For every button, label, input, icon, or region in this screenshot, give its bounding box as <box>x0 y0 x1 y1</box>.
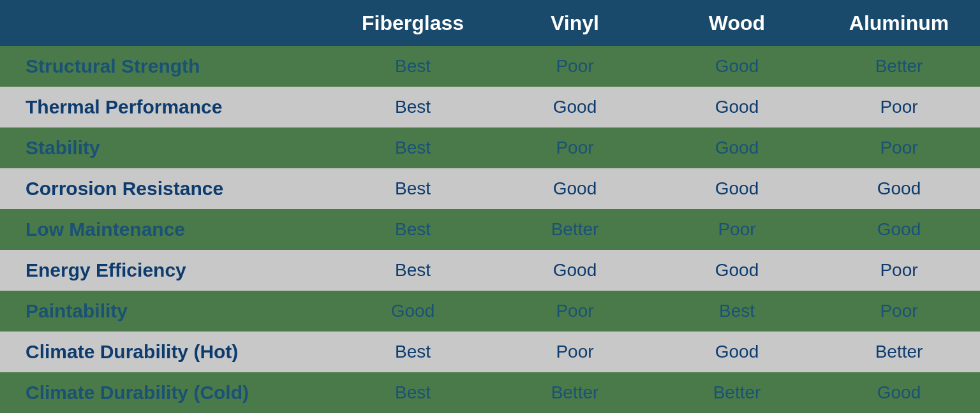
row-label: Low Maintenance <box>0 219 332 240</box>
table-row: Paintability Good Poor Best Poor <box>0 291 980 331</box>
cell-wood: Good <box>656 138 818 158</box>
cell-fiberglass: Best <box>332 342 494 362</box>
row-label: Energy Efficiency <box>0 259 332 281</box>
cell-aluminum: Better <box>818 342 980 362</box>
table-row: Low Maintenance Best Better Poor Good <box>0 209 980 250</box>
row-label: Climate Durability (Cold) <box>0 382 332 404</box>
cell-aluminum: Good <box>818 178 980 199</box>
header-fiberglass: Fiberglass <box>332 11 494 35</box>
cell-vinyl: Better <box>494 382 656 403</box>
cell-vinyl: Good <box>494 97 656 117</box>
cell-aluminum: Poor <box>818 260 980 280</box>
comparison-table: Fiberglass Vinyl Wood Aluminum Structura… <box>0 0 980 415</box>
table-row: Thermal Performance Best Good Good Poor <box>0 87 980 127</box>
header-wood: Wood <box>656 11 818 35</box>
row-label: Structural Strength <box>0 55 332 77</box>
cell-fiberglass: Best <box>332 219 494 240</box>
row-label: Thermal Performance <box>0 96 332 118</box>
table-row: Corrosion Resistance Best Good Good Good <box>0 168 980 209</box>
cell-wood: Good <box>656 97 818 117</box>
table-row: Structural Strength Best Poor Good Bette… <box>0 46 980 87</box>
cell-vinyl: Poor <box>494 342 656 362</box>
cell-aluminum: Poor <box>818 97 980 117</box>
cell-fiberglass: Best <box>332 260 494 280</box>
cell-fiberglass: Good <box>332 301 494 321</box>
table-header: Fiberglass Vinyl Wood Aluminum <box>0 0 980 46</box>
table-body: Structural Strength Best Poor Good Bette… <box>0 46 980 413</box>
cell-vinyl: Poor <box>494 56 656 76</box>
cell-vinyl: Better <box>494 219 656 240</box>
table-row: Climate Durability (Cold) Best Better Be… <box>0 372 980 413</box>
cell-fiberglass: Best <box>332 56 494 76</box>
cell-wood: Good <box>656 178 818 199</box>
cell-wood: Poor <box>656 219 818 240</box>
cell-wood: Better <box>656 382 818 403</box>
row-label: Climate Durability (Hot) <box>0 341 332 363</box>
table-row: Energy Efficiency Best Good Good Poor <box>0 250 980 291</box>
row-label: Stability <box>0 137 332 159</box>
cell-aluminum: Poor <box>818 138 980 158</box>
cell-vinyl: Poor <box>494 138 656 158</box>
table-row: Climate Durability (Hot) Best Poor Good … <box>0 331 980 372</box>
cell-aluminum: Good <box>818 219 980 240</box>
table-row: Stability Best Poor Good Poor <box>0 127 980 168</box>
cell-wood: Good <box>656 56 818 76</box>
header-aluminum: Aluminum <box>818 11 980 35</box>
cell-aluminum: Better <box>818 56 980 76</box>
cell-fiberglass: Best <box>332 382 494 403</box>
cell-fiberglass: Best <box>332 97 494 117</box>
row-label: Paintability <box>0 300 332 322</box>
cell-vinyl: Good <box>494 260 656 280</box>
cell-fiberglass: Best <box>332 138 494 158</box>
cell-fiberglass: Best <box>332 178 494 199</box>
cell-aluminum: Good <box>818 382 980 403</box>
cell-aluminum: Poor <box>818 301 980 321</box>
cell-wood: Good <box>656 260 818 280</box>
cell-vinyl: Poor <box>494 301 656 321</box>
cell-wood: Best <box>656 301 818 321</box>
row-label: Corrosion Resistance <box>0 178 332 200</box>
cell-vinyl: Good <box>494 178 656 199</box>
cell-wood: Good <box>656 342 818 362</box>
header-vinyl: Vinyl <box>494 11 656 35</box>
